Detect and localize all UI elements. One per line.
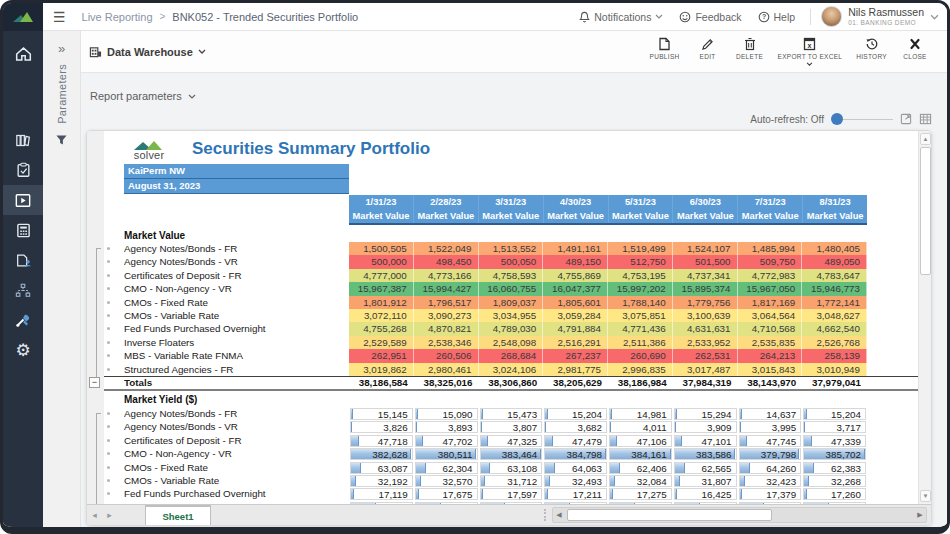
databar-cell: 47,339: [803, 435, 866, 447]
scrollbar-splitter-handle[interactable]: [544, 509, 550, 521]
scroll-up-arrow[interactable]: ▲: [920, 133, 931, 145]
column-header[interactable]: 4/30/23Market Value: [543, 195, 608, 223]
scroll-left-arrow[interactable]: ◀: [553, 511, 565, 519]
top-navigation: ☰ Live Reporting > BNK052 - Trended Secu…: [43, 3, 947, 31]
sidebar-item-settings[interactable]: ⚙: [3, 335, 43, 365]
slider-knob[interactable]: [831, 113, 843, 125]
column-subtitle: Market Value: [414, 210, 478, 223]
value-cell: 31,712: [479, 474, 544, 487]
sidebar-item-integrations[interactable]: [3, 275, 43, 305]
horizontal-scroll-thumb[interactable]: [567, 509, 772, 521]
vertical-scrollbar[interactable]: ▲ ▼: [918, 131, 931, 504]
filter-funnel-icon[interactable]: [55, 134, 68, 146]
databar: [545, 463, 555, 473]
column-header[interactable]: 2/28/23Market Value: [413, 195, 478, 223]
value-cell: 31,807: [673, 474, 738, 487]
user-organization: 01. Banking Demo: [848, 19, 924, 26]
outline-dot: [104, 363, 124, 376]
feedback-button[interactable]: Feedback: [674, 11, 746, 23]
date-bar: August 31, 2023: [124, 179, 349, 194]
outline-dot: [104, 255, 124, 268]
sidebar-item-reporting[interactable]: [3, 185, 43, 215]
user-menu[interactable]: Nils Rasmussen 01. Banking Demo: [848, 7, 924, 26]
value-cell: 47,339: [802, 434, 867, 447]
sidebar-item-tools[interactable]: [3, 305, 43, 335]
column-date: 6/30/23: [673, 195, 737, 210]
cell-value: 3,995: [772, 422, 797, 433]
vertical-scroll-thumb[interactable]: [920, 147, 931, 275]
solver-logo-text: solver: [126, 150, 172, 161]
value-cell: 2,529,589: [349, 336, 414, 349]
publish-button[interactable]: PUBLISH: [650, 37, 680, 60]
cell-value: 17,379: [766, 489, 796, 500]
help-button[interactable]: ? Help: [753, 11, 801, 23]
column-header[interactable]: 6/30/23Market Value: [672, 195, 737, 223]
cell-value: 17,211: [573, 489, 602, 500]
value-cell: 383,464: [479, 447, 544, 460]
app-logo[interactable]: [3, 3, 43, 31]
column-header[interactable]: 7/31/23Market Value: [737, 195, 802, 223]
sidebar-item-home[interactable]: [3, 39, 43, 69]
next-sheet-arrow[interactable]: ▸: [102, 505, 117, 525]
scroll-down-arrow[interactable]: ▼: [920, 490, 931, 502]
column-date: 3/31/23: [479, 195, 543, 210]
databar-cell: 3,909: [674, 421, 737, 433]
databar-cell: 14,637: [739, 408, 802, 420]
value-cell: 489,050: [802, 255, 867, 268]
value-cell: 2,538,346: [414, 336, 479, 349]
grid-view-icon[interactable]: [919, 113, 932, 125]
scroll-right-arrow[interactable]: ▶: [914, 511, 926, 519]
user-avatar[interactable]: [821, 6, 842, 27]
column-header[interactable]: 5/31/23Market Value: [608, 195, 673, 223]
notifications-menu[interactable]: Notifications: [574, 11, 668, 23]
user-chevron-down-icon[interactable]: [930, 14, 939, 20]
cell-value: 16,425: [702, 489, 732, 500]
value-cell: 17,275: [608, 487, 673, 500]
value-cell: 4,011: [608, 420, 673, 433]
sidebar-item-library[interactable]: [3, 125, 43, 155]
popout-icon[interactable]: [900, 113, 912, 125]
edit-button[interactable]: EDIT: [694, 37, 722, 60]
databar: [675, 436, 682, 446]
value-cell: 4,737,341: [673, 269, 738, 282]
column-header[interactable]: 8/31/23Market Value: [802, 195, 867, 223]
value-cell: 47,101: [673, 434, 738, 447]
row-label: CMOs - Variable Rate: [124, 474, 349, 487]
totals-cell: 38,186,984: [608, 377, 673, 389]
collapse-group-button[interactable]: −: [89, 377, 100, 388]
datasource-selector[interactable]: Data Warehouse: [89, 46, 206, 58]
report-parameters-toggle[interactable]: Report parameters: [90, 90, 196, 102]
export-to-excel-button[interactable]: x EXPORT TO EXCEL: [778, 37, 843, 66]
parameters-panel-label[interactable]: Parameters: [56, 64, 68, 124]
sheet-tab[interactable]: Sheet1: [145, 505, 211, 525]
history-button[interactable]: HISTORY: [856, 37, 887, 60]
cell-value: 47,718: [378, 436, 408, 447]
outline-dot: [104, 461, 124, 474]
column-header[interactable]: 3/31/23Market Value: [478, 195, 543, 223]
sidebar-item-planning[interactable]: [3, 155, 43, 185]
column-subtitle: Market Value: [349, 210, 413, 223]
expand-panel-icon[interactable]: »: [58, 41, 65, 56]
sidebar-item-assignments[interactable]: [3, 245, 43, 275]
value-cell: 501,500: [673, 255, 738, 268]
column-header[interactable]: 1/31/23Market Value: [349, 195, 413, 223]
close-button[interactable]: CLOSE: [901, 37, 929, 60]
library-icon: [15, 133, 32, 148]
value-cell: 15,204: [802, 407, 867, 420]
totals-cell: 38,325,016: [414, 377, 479, 389]
cell-value: 3,682: [577, 422, 602, 433]
breadcrumb-root[interactable]: Live Reporting: [82, 11, 153, 23]
totals-cell: 38,205,629: [543, 377, 608, 389]
horizontal-scrollbar[interactable]: ◀ ▶: [552, 507, 927, 523]
row-label: Agency Notes/Bonds - FR: [124, 242, 349, 255]
databar: [675, 409, 677, 419]
sidebar-item-calculations[interactable]: [3, 215, 43, 245]
report-parameters-chevron-icon: [188, 94, 196, 99]
value-cell: 1,485,994: [738, 242, 803, 255]
menu-hamburger-icon[interactable]: ☰: [53, 10, 66, 24]
prev-sheet-arrow[interactable]: ◂: [87, 505, 102, 525]
outline-gutter: −: [87, 131, 104, 504]
auto-refresh-slider[interactable]: [831, 113, 893, 125]
delete-button[interactable]: DELETE: [736, 37, 764, 60]
value-cell: 15,145: [349, 407, 414, 420]
